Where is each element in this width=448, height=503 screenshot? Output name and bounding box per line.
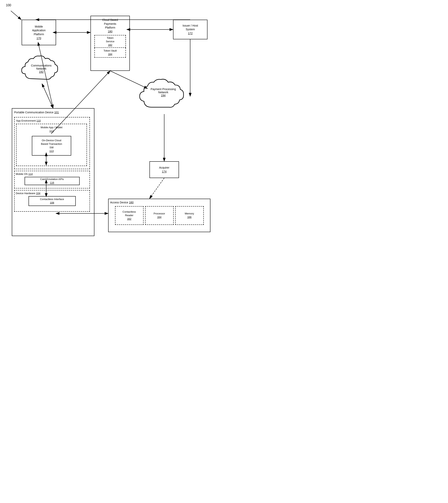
mobile-application-platform-box: MobileApplicationPlatform170 [22, 20, 56, 45]
memory-box: Memory166 [175, 206, 204, 225]
ppn-label: Payment ProcessingNetwork194 [138, 88, 189, 97]
mos-label: Mobile OS 114 [16, 172, 33, 176]
on-device-cloud-box: On-Device CloudBased TransactionSW 113 [32, 136, 71, 156]
mobile-app-wallet-box: Mobile App / Wallet112 On-Device CloudBa… [16, 124, 87, 166]
portable-communication-device-box: Portable Communication Device 101 App En… [12, 108, 94, 236]
app-environment-box: App Environment 110 Mobile App / Wallet1… [14, 117, 90, 169]
dh-label: Device Hardware 104 [16, 192, 40, 195]
svg-line-4 [11, 11, 21, 20]
access-device-components: ContactlessReader162 Processor164 Memory… [110, 206, 208, 225]
svg-line-19 [149, 178, 164, 199]
issuer-host-system-box: Issuer / HostSystem172 [173, 20, 208, 39]
contactless-reader-box: ContactlessReader162 [115, 206, 144, 225]
mobile-os-box: Mobile OS 114 Card Emulation APIs 116 [14, 171, 90, 188]
label-100: 100 [6, 3, 11, 7]
pcd-label: Portable Communication Device 101 [14, 111, 59, 114]
comm-network-label: CommunicationsNetwork192 [20, 64, 63, 73]
acquirer-label: Acquirer174 [159, 166, 169, 174]
cbpp-label: Cloud BasedPaymentsPlatform180 [102, 18, 118, 33]
payment-processing-network-cloud: Payment ProcessingNetwork194 [138, 77, 189, 114]
card-emulation-apis-box: Card Emulation APIs 116 [25, 177, 80, 185]
diagram-container: 100 MobileApplicationPlatform170 Issuer … [0, 0, 224, 251]
acquirer-box: Acquirer174 [149, 161, 179, 178]
maw-label: Mobile App / Wallet112 [18, 126, 85, 133]
token-vault-box: Token Vault 184 [94, 48, 126, 58]
svg-line-12 [43, 87, 53, 108]
processor-box: Processor164 [145, 206, 174, 225]
communications-network-cloud: CommunicationsNetwork192 [20, 53, 63, 87]
map-label: MobileApplicationPlatform170 [32, 25, 46, 40]
ad-label: Access Device 160 [110, 201, 208, 205]
token-service-box: TokenService 182 [94, 35, 126, 48]
ihs-label: Issuer / HostSystem172 [182, 24, 198, 35]
access-device-box: Access Device 160 ContactlessReader162 P… [108, 199, 210, 232]
device-hardware-box: Device Hardware 104 Contactless Interfac… [14, 190, 90, 212]
ae-label: App Environment 110 [16, 119, 41, 123]
cloud-payments-platform-box: Cloud BasedPaymentsPlatform180 TokenServ… [91, 16, 130, 71]
contactless-interface-box: Contactless Interface 108 [29, 196, 76, 206]
